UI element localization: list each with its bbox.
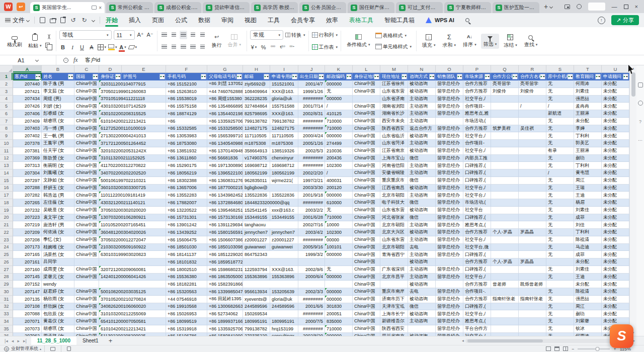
cell-G28[interactable]: +86 1863505000: [207, 274, 243, 281]
cell-B27[interactable]: 成雨雯 (女: [42, 266, 74, 274]
cell-B5[interactable]: 刘妍 (女): [42, 103, 74, 110]
column-header-M[interactable]: M: [380, 65, 408, 72]
row-header-16[interactable]: 16: [0, 185, 13, 192]
cell-J16[interactable]: 2003/3/30: [298, 185, 325, 192]
cell-J3[interactable]: 1999/1/26: [298, 88, 325, 96]
cell-B11[interactable]: 任天宇 (女: [42, 147, 74, 155]
cell-O30[interactable]: 留学总经办: [436, 288, 463, 296]
cell-L25[interactable]: China中国: [353, 251, 380, 258]
cell-H23[interactable]: z20001227: [243, 236, 270, 244]
cell-D15[interactable]: 500106199702210321: [99, 177, 166, 185]
cell-M9[interactable]: 山东省临沂: [380, 132, 408, 140]
cell-K31[interactable]: 000000: [325, 296, 353, 303]
cell-B34[interactable]: 黄嘉仪 (女: [42, 318, 74, 325]
cell-T4[interactable]: 强思喆: [574, 96, 602, 103]
cell-C12[interactable]: China中国: [74, 155, 99, 162]
cell-L16[interactable]: China中国: [353, 185, 380, 192]
cell-U27[interactable]: 未分配: [602, 266, 629, 274]
cell-G8[interactable]: +86 1533258500: [207, 125, 243, 133]
cell-D12[interactable]: 310113200211152925: [99, 155, 166, 162]
cell-B18[interactable]: 左佳薇 (女: [42, 199, 74, 207]
cell-K15[interactable]: 400031: [325, 177, 353, 185]
cell-D31[interactable]: 370105200210270824: [99, 296, 166, 303]
floating-app-badge[interactable]: S: [610, 324, 633, 348]
cell-J26[interactable]: [298, 258, 325, 266]
cell-I23[interactable]: z20001227: [270, 236, 298, 244]
cell-H26[interactable]: [243, 258, 298, 266]
cell-D35[interactable]: 610104200212213421: [99, 325, 166, 333]
cell-U22[interactable]: 未分配: [602, 229, 629, 236]
filter-dropdown-icon[interactable]: [485, 74, 490, 79]
cell-S29[interactable]: [546, 281, 574, 288]
cell-O16[interactable]: 留学总经办: [436, 185, 463, 192]
cell-K2[interactable]: 000000: [325, 80, 353, 88]
cell-C11[interactable]: China中国: [74, 147, 99, 155]
cell-J35[interactable]: ########: [298, 325, 325, 333]
cell-K5[interactable]: /: [325, 103, 353, 110]
cell-C10[interactable]: China中国: [74, 140, 99, 147]
column-header-N[interactable]: N: [408, 65, 436, 72]
header-cell-O1[interactable]: 销售团队: [436, 73, 463, 80]
header-cell-K1[interactable]: 邮政编码: [325, 73, 353, 80]
header-cell-I1[interactable]: 申请专用邮箱: [270, 73, 298, 80]
cell-I7[interactable]: 799138782: [270, 118, 298, 125]
cell-O3[interactable]: 留学总经办: [436, 88, 463, 96]
cell-H13[interactable]: 169698712: [243, 162, 270, 169]
cell-M30[interactable]: 重庆市南岸: [380, 288, 408, 296]
cell-A13[interactable]: 207313: [13, 162, 42, 169]
row-header-34[interactable]: 34: [0, 318, 13, 325]
column-header-E[interactable]: E: [122, 65, 166, 72]
cell-L12[interactable]: China中国: [353, 155, 380, 162]
menu-tab-数据[interactable]: 数据: [193, 13, 216, 27]
cell-I10[interactable]: m1875308: [270, 140, 298, 147]
filter-button[interactable]: 筛选▾: [481, 34, 500, 49]
cell-L28[interactable]: China中国: [353, 274, 380, 281]
cell-J20[interactable]: 2001/6/28: [298, 214, 325, 222]
cell-T29[interactable]: 未分配: [574, 281, 602, 288]
cell-B3[interactable]: 李文茹 (女: [42, 88, 74, 96]
row-header-13[interactable]: 13: [0, 162, 13, 169]
cell-H7[interactable]: 799138782: [243, 118, 270, 125]
cell-Q24[interactable]: [491, 244, 519, 251]
cell-D27[interactable]: 320721200209060081: [99, 266, 166, 274]
cell-R3[interactable]: 刘俊伶: [519, 88, 546, 96]
row-header-15[interactable]: 15: [0, 177, 13, 185]
close-icon[interactable]: ×: [635, 4, 638, 10]
cell-B30[interactable]: 赵君婷 (女: [42, 288, 74, 296]
cell-B29[interactable]: wendy: [42, 281, 74, 288]
cell-S6[interactable]: 新航道: [546, 110, 574, 118]
print-icon[interactable]: [50, 19, 56, 23]
cell-U7[interactable]: 未分配: [602, 118, 629, 125]
cell-P31[interactable]: 合作方推荐: [463, 296, 491, 303]
cell-J34[interactable]: 2000/7/5: [298, 318, 325, 325]
cell-G12[interactable]: +86 56681836: [207, 155, 243, 162]
row-header-8[interactable]: 8: [0, 125, 13, 133]
cell-H12[interactable]: v17490376: [243, 155, 270, 162]
cell-A28[interactable]: 207145: [13, 274, 42, 281]
vertical-scrollbar[interactable]: ▴ ▾: [629, 65, 636, 336]
cell-U17[interactable]: 未分配: [602, 192, 629, 199]
cell-O35[interactable]: 留学总经办: [436, 325, 463, 333]
cell-D23[interactable]: 370502200012272047: [99, 236, 166, 244]
cell-K20[interactable]: 710000: [325, 214, 353, 222]
cell-R19[interactable]: [519, 207, 546, 214]
column-header-F[interactable]: F: [166, 65, 207, 72]
cell-S22[interactable]: 无: [546, 229, 574, 236]
cell-K7[interactable]: 710000: [325, 118, 353, 125]
cell-S12[interactable]: 无: [546, 155, 574, 162]
cell-P3[interactable]: 合作方推荐: [463, 88, 491, 96]
cell-S16[interactable]: 无: [546, 185, 574, 192]
cell-L8[interactable]: China中国: [353, 125, 380, 133]
cell-P32[interactable]: 口碑推荐,(: [463, 303, 491, 311]
cell-D17[interactable]: 110112200109181419: [99, 192, 166, 199]
row-header-22[interactable]: 22: [0, 229, 13, 236]
cell-R22[interactable]: 罗晶晶: [519, 229, 546, 236]
cell-U9[interactable]: 未分配: [602, 132, 629, 140]
find-button[interactable]: 查找▾: [522, 33, 540, 49]
cell-Q7[interactable]: [491, 118, 519, 125]
cell-H18[interactable]: 18448233200000@qq: [243, 199, 298, 207]
cell-N28[interactable]: 主动咨询: [408, 274, 436, 281]
file-tab[interactable]: S高学历 教授.xlsx: [251, 2, 298, 13]
cell-F35[interactable]: +86 15319918: [166, 325, 207, 333]
convert-button[interactable]: 转换▾: [285, 32, 305, 39]
